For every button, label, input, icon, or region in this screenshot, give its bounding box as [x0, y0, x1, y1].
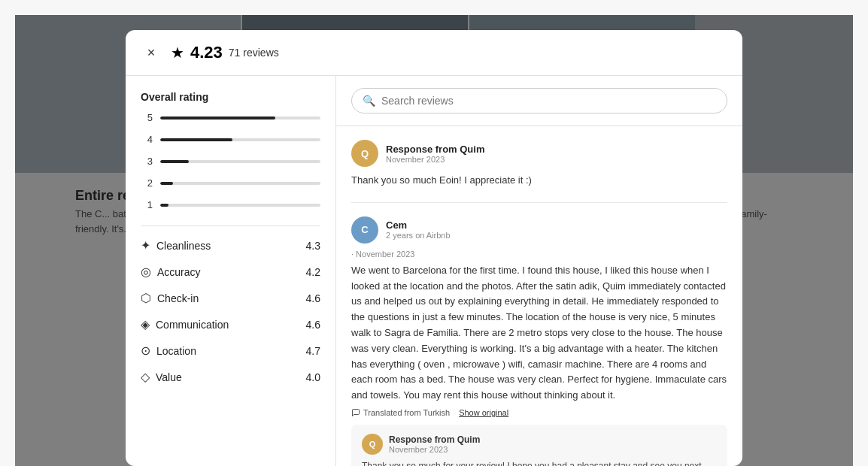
rating-bar-1 — [160, 204, 320, 207]
ratings-panel: Overall rating 5 4 — [126, 76, 336, 466]
category-cleanliness-info: ✦ Cleanliness — [141, 238, 211, 253]
reviewer-header: C Cem 2 years on Airbnb — [351, 216, 727, 244]
reviews-modal: × ★ 4.23 71 reviews Overall rating — [126, 30, 742, 466]
value-score: 4.0 — [306, 371, 320, 383]
rating-bar-2 — [160, 182, 320, 185]
list-item: C Cem 2 years on Airbnb · November 2023 … — [351, 203, 727, 466]
rating-bar-5 — [160, 116, 320, 120]
translated-text: Translated from Turkish — [363, 408, 450, 417]
category-accuracy-info: ◎ Accuracy — [141, 265, 201, 279]
checkin-icon: ⬡ — [141, 291, 151, 305]
star-num-1: 1 — [141, 199, 153, 210]
communication-score: 4.6 — [306, 319, 320, 331]
accuracy-score: 4.2 — [306, 266, 320, 278]
response-date: November 2023 — [389, 445, 480, 454]
rating-bar-row-5: 5 — [141, 112, 320, 123]
rating-bar-fill-2 — [160, 182, 173, 185]
category-cleanliness: ✦ Cleanliness 4.3 — [141, 238, 320, 253]
category-location-info: ⊙ Location — [141, 343, 196, 358]
star-num-2: 2 — [141, 177, 153, 189]
reviewer-header: Q Response from Quim November 2023 — [351, 140, 727, 167]
modal-header: × ★ 4.23 71 reviews — [126, 30, 742, 76]
avatar: Q — [351, 140, 378, 167]
list-item: Q Response from Quim November 2023 Thank… — [351, 126, 727, 203]
location-label: Location — [156, 345, 196, 357]
reviews-list: Q Response from Quim November 2023 Thank… — [336, 126, 742, 466]
rating-bar-fill-5 — [160, 116, 275, 120]
search-bar-wrapper: 🔍 — [336, 76, 742, 126]
reviewer-meta: 2 years on Airbnb — [386, 231, 451, 240]
avatar-initials: Q — [361, 148, 369, 159]
review-text: Thank you so much Eoin! I appreciate it … — [351, 173, 727, 189]
overall-rating-label: Overall rating — [141, 91, 320, 103]
rating-bar-row-2: 2 — [141, 177, 320, 189]
rating-bar-row-3: 3 — [141, 156, 320, 167]
location-score: 4.7 — [306, 345, 320, 357]
avatar: C — [351, 216, 378, 244]
accuracy-label: Accuracy — [157, 266, 201, 278]
modal-rating-number: 4.23 — [190, 43, 223, 62]
modal-rating-title: ★ 4.23 71 reviews — [171, 43, 279, 62]
response-block: Q Response from Quim November 2023 Thank… — [351, 425, 727, 466]
rating-bar-row-1: 1 — [141, 199, 320, 210]
show-original-link[interactable]: Show original — [459, 408, 508, 417]
cleanliness-score: 4.3 — [306, 240, 320, 252]
reviewer-info: Cem 2 years on Airbnb — [386, 219, 451, 240]
modal-overlay: × ★ 4.23 71 reviews Overall rating — [15, 15, 853, 466]
rating-bar-fill-3 — [160, 160, 189, 163]
reviews-panel: 🔍 Q — [336, 76, 742, 466]
modal-body: Overall rating 5 4 — [126, 76, 742, 466]
reviewer-name: Cem — [386, 219, 451, 231]
response-avatar: Q — [362, 434, 383, 455]
category-value-info: ◇ Value — [141, 370, 182, 384]
value-icon: ◇ — [141, 370, 150, 384]
close-icon: × — [147, 45, 156, 61]
response-info: Response from Quim November 2023 — [389, 434, 480, 454]
accuracy-icon: ◎ — [141, 265, 151, 279]
category-communication: ◈ Communication 4.6 — [141, 317, 320, 331]
modal-close-button[interactable]: × — [141, 42, 162, 63]
divider-ratings — [141, 225, 320, 226]
rating-bar-fill-4 — [160, 138, 232, 141]
value-label: Value — [156, 371, 182, 383]
search-bar-container[interactable]: 🔍 — [351, 88, 727, 113]
page-background: Entire rental unit · 8 guests The C... b… — [15, 15, 853, 466]
star-icon: ★ — [171, 44, 184, 62]
modal-review-count: 71 reviews — [229, 47, 279, 59]
cleanliness-icon: ✦ — [141, 238, 150, 253]
response-name: Response from Quim — [389, 434, 480, 445]
search-input[interactable] — [381, 95, 716, 107]
reviewer-info: Response from Quim November 2023 — [386, 144, 484, 164]
review-actions: Translated from Turkish Show original — [351, 408, 727, 417]
checkin-score: 4.6 — [306, 292, 320, 304]
category-checkin: ⬡ Check-in 4.6 — [141, 291, 320, 305]
category-checkin-info: ⬡ Check-in — [141, 291, 199, 305]
rating-bar-row-4: 4 — [141, 134, 320, 145]
rating-bar-fill-1 — [160, 204, 168, 207]
category-communication-info: ◈ Communication — [141, 317, 229, 331]
response-header: Q Response from Quim November 2023 — [362, 434, 717, 455]
star-num-5: 5 — [141, 112, 153, 123]
communication-icon: ◈ — [141, 317, 150, 331]
overall-rating-section: Overall rating 5 4 — [141, 91, 320, 210]
category-accuracy: ◎ Accuracy 4.2 — [141, 265, 320, 279]
category-location: ⊙ Location 4.7 — [141, 343, 320, 358]
category-value: ◇ Value 4.0 — [141, 370, 320, 384]
response-avatar-initials: Q — [369, 440, 376, 449]
star-num-3: 3 — [141, 156, 153, 167]
review-date: · November 2023 — [351, 250, 727, 259]
review-text: We went to Barcelona for the first time.… — [351, 263, 727, 404]
rating-bar-4 — [160, 138, 320, 141]
search-icon: 🔍 — [363, 95, 375, 107]
reviewer-name: Response from Quim — [386, 144, 484, 155]
location-icon: ⊙ — [141, 343, 150, 358]
rating-bar-3 — [160, 160, 320, 163]
cleanliness-label: Cleanliness — [156, 240, 211, 252]
reviewer-meta: November 2023 — [386, 155, 484, 164]
response-text: Thank you so much for your review! I hop… — [362, 459, 717, 466]
communication-label: Communication — [156, 319, 229, 331]
star-num-4: 4 — [141, 134, 153, 145]
checkin-label: Check-in — [157, 292, 199, 304]
translated-label: Translated from Turkish — [351, 408, 450, 417]
avatar-initials: C — [361, 224, 368, 235]
